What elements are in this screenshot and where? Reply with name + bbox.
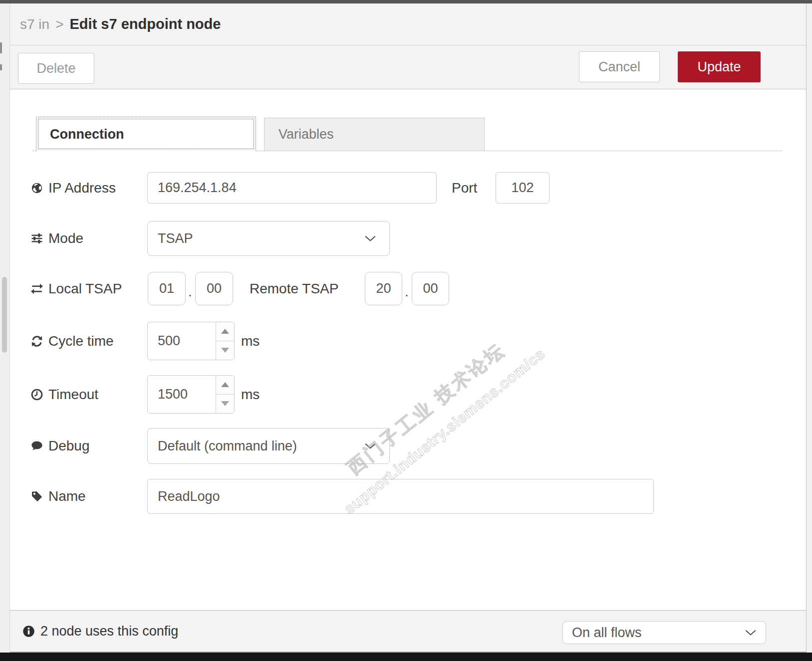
- globe-icon: [31, 182, 43, 194]
- scope-value: On all flows: [572, 625, 642, 641]
- window-top-bar: [0, 0, 812, 3]
- cancel-button[interactable]: Cancel: [579, 51, 660, 82]
- tab-connection-label: Connection: [50, 127, 124, 142]
- cycle-time-value: 500: [158, 322, 180, 360]
- timeout-unit: ms: [241, 375, 260, 414]
- chevron-down-icon: [745, 630, 757, 636]
- timeout-label: Timeout: [48, 387, 98, 403]
- ip-address-label-group: IP Address: [31, 172, 116, 204]
- name-input[interactable]: ReadLogo: [147, 479, 654, 514]
- timeout-value: 1500: [158, 376, 188, 413]
- remote-tsap-value-2: 00: [423, 281, 438, 296]
- triangle-down-icon: [221, 348, 229, 353]
- dialog-footer: 2 node uses this config On all flows: [10, 610, 806, 652]
- info-circle-icon: [22, 625, 35, 638]
- remote-tsap-value-1: 20: [376, 281, 391, 296]
- page-title: Edit s7 endpoint node: [70, 16, 221, 32]
- mode-select[interactable]: TSAP: [147, 221, 390, 256]
- mode-row: Mode TSAP: [10, 221, 806, 256]
- ip-address-input[interactable]: 169.254.1.84: [147, 172, 437, 204]
- refresh-icon: [31, 335, 43, 347]
- timeout-input[interactable]: 1500: [147, 375, 235, 414]
- cycle-time-input[interactable]: 500: [147, 322, 235, 360]
- timeout-label-group: Timeout: [31, 375, 98, 414]
- breadcrumb-parent[interactable]: s7 in: [20, 16, 49, 32]
- spinner-down-button[interactable]: [216, 341, 234, 360]
- cycle-time-spinner: [216, 322, 234, 360]
- mode-label: Mode: [48, 230, 83, 246]
- remote-tsap-input-1[interactable]: 20: [365, 272, 402, 305]
- config-usage-text: 2 node uses this config: [40, 624, 178, 639]
- breadcrumb: s7 in > Edit s7 endpoint node: [20, 3, 221, 45]
- tsap-row: Local TSAP 01 . 00 Remote TSAP 20 . 00: [10, 272, 806, 305]
- scope-select[interactable]: On all flows: [562, 621, 766, 644]
- background-edge-mark: [0, 42, 2, 53]
- cycle-time-label-group: Cycle time: [31, 322, 114, 360]
- cycle-time-unit: ms: [241, 322, 260, 360]
- dialog-header: s7 in > Edit s7 endpoint node: [10, 3, 806, 45]
- spinner-up-button[interactable]: [216, 322, 234, 341]
- tsap-separator: .: [188, 284, 192, 300]
- window-bottom-bar: [0, 653, 812, 661]
- exchange-icon: [31, 283, 43, 295]
- cycle-time-row: Cycle time 500 ms: [10, 322, 806, 360]
- debug-value: Default (command line): [158, 439, 297, 454]
- local-tsap-input-2[interactable]: 00: [195, 272, 233, 305]
- chevron-down-icon: [364, 443, 376, 449]
- mode-label-group: Mode: [31, 221, 83, 256]
- triangle-down-icon: [221, 401, 229, 406]
- timeout-spinner: [216, 376, 234, 413]
- spinner-up-button[interactable]: [216, 376, 234, 395]
- sliders-icon: [31, 232, 43, 244]
- tab-variables-label: Variables: [278, 127, 334, 142]
- dialog-content: Connection Variables IP Address 169.254.…: [10, 89, 806, 610]
- ip-address-row: IP Address 169.254.1.84 Port 102: [10, 172, 806, 204]
- local-tsap-label: Local TSAP: [48, 281, 122, 297]
- right-panel-gutter: [806, 3, 812, 653]
- cycle-time-label: Cycle time: [48, 333, 114, 349]
- scrollbar-thumb[interactable]: [2, 277, 7, 353]
- local-tsap-label-group: Local TSAP: [31, 272, 122, 305]
- local-tsap-value-1: 01: [159, 281, 174, 296]
- tab-variables[interactable]: Variables: [264, 118, 485, 151]
- clock-icon: [31, 389, 43, 401]
- delete-button[interactable]: Delete: [18, 53, 94, 84]
- local-tsap-value-2: 00: [207, 281, 222, 296]
- edit-node-dialog: s7 in > Edit s7 endpoint node Delete Can…: [10, 3, 806, 653]
- tab-connection[interactable]: Connection: [36, 117, 256, 151]
- ip-address-value: 169.254.1.84: [158, 180, 237, 196]
- remote-tsap-label: Remote TSAP: [250, 272, 338, 305]
- debug-select[interactable]: Default (command line): [147, 428, 390, 464]
- update-button[interactable]: Update: [678, 51, 761, 82]
- triangle-up-icon: [221, 329, 229, 334]
- local-tsap-input-1[interactable]: 01: [148, 272, 186, 305]
- timeout-row: Timeout 1500 ms: [10, 375, 806, 414]
- spinner-down-button[interactable]: [216, 395, 234, 414]
- triangle-up-icon: [221, 382, 229, 387]
- tsap-separator: .: [405, 284, 409, 300]
- config-usage: 2 node uses this config: [22, 611, 178, 652]
- debug-label-group: Debug: [31, 428, 90, 464]
- debug-label: Debug: [48, 438, 90, 454]
- name-label-group: Name: [31, 479, 86, 514]
- breadcrumb-separator: >: [55, 16, 63, 32]
- mode-value: TSAP: [158, 231, 193, 246]
- background-edge-mark: [0, 64, 2, 70]
- chevron-down-icon: [364, 235, 376, 242]
- left-scrollbar-track: [0, 3, 10, 653]
- remote-tsap-input-2[interactable]: 00: [412, 272, 449, 305]
- name-label: Name: [48, 488, 86, 504]
- port-input[interactable]: 102: [496, 172, 549, 204]
- name-row: Name ReadLogo: [10, 479, 806, 514]
- port-label: Port: [452, 172, 477, 204]
- port-value: 102: [511, 180, 534, 196]
- name-value: ReadLogo: [158, 489, 220, 504]
- tag-icon: [31, 490, 43, 502]
- ip-address-label: IP Address: [48, 180, 116, 196]
- comment-icon: [31, 440, 43, 452]
- debug-row: Debug Default (command line): [10, 428, 806, 464]
- dialog-toolbar: Delete Cancel Update: [10, 45, 806, 89]
